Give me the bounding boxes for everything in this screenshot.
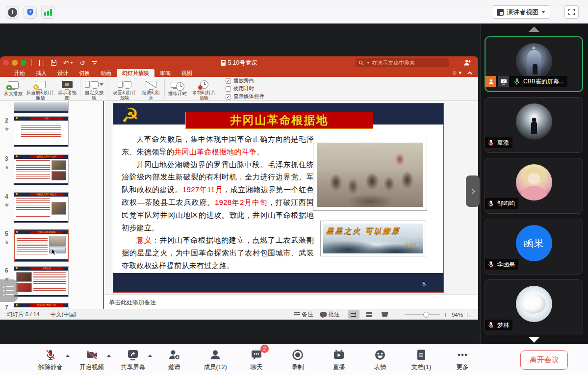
- chat-button[interactable]: 2 聊天: [236, 348, 277, 372]
- docs-button[interactable]: 文档(1): [401, 348, 442, 372]
- redo-button[interactable]: ↺: [80, 59, 85, 67]
- thumbnail-slide-2[interactable]: 前言: [14, 116, 69, 147]
- ribbon-checkbox-use-timings[interactable]: 使用计时: [226, 85, 264, 92]
- thumbnail-slide-7[interactable]: 红军四反"围剿"斗争: [14, 303, 69, 309]
- participant-tile-menglin[interactable]: 梦林: [485, 279, 583, 335]
- avatar: ❄: [516, 43, 552, 79]
- live-stream-button[interactable]: 直播: [318, 348, 359, 372]
- collapse-ribbon-button[interactable]: [467, 71, 472, 75]
- list-icon: [3, 286, 18, 288]
- language-indicator[interactable]: 中文(中国): [50, 311, 77, 318]
- minimize-window-button[interactable]: [12, 60, 18, 66]
- emoji-smiley-icon: [374, 349, 386, 361]
- participant-tile-cbb[interactable]: ❄ CBB崔的屏幕...: [485, 36, 583, 92]
- play-from-start-button[interactable]: ▶ 从头播放: [2, 77, 25, 100]
- thumbnail-slide-3[interactable]: 南昌起义和八七会议: [14, 154, 69, 185]
- notes-area[interactable]: 单击此处添加备注: [104, 294, 478, 309]
- close-window-button[interactable]: [3, 60, 9, 66]
- thumbnail-slide-4[interactable]: 秋收起义和广州起义: [14, 192, 69, 223]
- custom-show-button[interactable]: 自定义放映: [82, 77, 106, 100]
- floating-slide-list-button[interactable]: [0, 279, 18, 302]
- slideshow-icon: [382, 312, 388, 317]
- participant-tile-lihanguo[interactable]: 函果 李函果: [485, 219, 583, 275]
- participant-tile-xiatian[interactable]: 夏添: [485, 97, 583, 153]
- sidebar-expand-handle[interactable]: [466, 175, 480, 207]
- slide-sorter-view-button[interactable]: [363, 310, 375, 319]
- meeting-info-button[interactable]: i: [6, 6, 19, 19]
- scroll-up-arrow[interactable]: [529, 26, 539, 32]
- play-from-start-icon: ▶: [8, 81, 19, 89]
- scroll-down-arrow[interactable]: [529, 337, 539, 343]
- rehearse-timings-icon: [176, 82, 184, 91]
- avatar-initials: 函果: [524, 237, 544, 250]
- tab-home[interactable]: 开始: [9, 69, 30, 77]
- unmute-button[interactable]: 解除静音: [30, 348, 71, 372]
- play-from-current-button[interactable]: ▶ 从当前幻灯片播放: [25, 77, 56, 100]
- thumbnail-slide-1[interactable]: [14, 101, 69, 113]
- participant-tile-zouyunyun[interactable]: 邹昀昀: [485, 158, 583, 214]
- search-input[interactable]: [372, 60, 446, 66]
- tab-review[interactable]: 审阅: [154, 69, 176, 77]
- share-screen-button[interactable]: 共享屏幕: [112, 348, 153, 372]
- setup-slideshow-button[interactable]: 设置幻灯片放映: [110, 77, 139, 100]
- thumbnail-title: 秋收起义和广州起义: [30, 193, 63, 196]
- maximize-window-button[interactable]: [21, 60, 26, 66]
- zoom-out-button[interactable]: −: [397, 311, 401, 319]
- customize-toolbar-button[interactable]: [92, 61, 97, 65]
- ribbon-checkbox-play-narration[interactable]: 播放旁白: [226, 77, 264, 84]
- rehearse-timings-button[interactable]: 排练计时: [166, 77, 189, 100]
- tab-animations[interactable]: 动画: [95, 69, 117, 77]
- divider: [31, 59, 32, 66]
- emoji-button[interactable]: 表情: [359, 348, 401, 372]
- slide-body-text[interactable]: 大革命失败后，集中体现中国革命正确方向的是毛泽东、朱德领导的井冈山革命根据地的斗…: [122, 133, 314, 272]
- save-button[interactable]: [51, 60, 56, 66]
- host-badge-icon: [486, 76, 496, 87]
- slideshow-view-button[interactable]: [379, 310, 391, 319]
- presenter-view-button[interactable]: 演示者视图: [56, 77, 78, 100]
- slide-footer-band: [113, 273, 443, 292]
- tab-design[interactable]: 设计: [52, 69, 74, 77]
- zoom-slider[interactable]: [405, 314, 440, 315]
- tab-transitions[interactable]: 切换: [74, 69, 95, 77]
- expand-options-caret[interactable]: [66, 354, 70, 357]
- ribbon-checkbox-show-media-controls[interactable]: 显示媒体控件: [226, 93, 264, 100]
- leave-meeting-button[interactable]: 离开会议: [520, 350, 568, 370]
- fullscreen-button[interactable]: [564, 5, 579, 19]
- normal-view-button[interactable]: [348, 310, 359, 319]
- hide-slide-button[interactable]: 隐藏幻灯片: [139, 77, 163, 100]
- invite-button[interactable]: 邀请: [153, 348, 195, 372]
- current-slide[interactable]: ☭ 井冈山革命根据地 大革命失败后，集中体现中国革命正确方向的是毛泽东、朱德领导…: [113, 103, 444, 293]
- notes-toggle-button[interactable]: 备注: [294, 311, 313, 318]
- expand-options-caret[interactable]: [148, 354, 152, 357]
- zoom-in-button[interactable]: +: [444, 311, 448, 319]
- start-video-button[interactable]: 开启视频: [71, 348, 112, 372]
- slide-image-battle-painting[interactable]: [313, 139, 427, 211]
- search-box[interactable]: [356, 58, 449, 67]
- grid-view-icon: [366, 312, 372, 317]
- slide-image-calligraphy[interactable]: 星星之火 可以燎原 毛泽东: [320, 221, 426, 256]
- ppt-statusbar: 幻灯片 5 / 14 中文(中国) 备注 批注 − + 94%: [0, 309, 478, 320]
- tab-insert[interactable]: 插入: [30, 69, 52, 77]
- slide-title-banner[interactable]: 井冈山革命根据地: [185, 112, 373, 129]
- share-presentation-button[interactable]: [463, 59, 471, 68]
- record-slideshow-button[interactable]: 录制幻灯片放映: [189, 77, 219, 100]
- comments-icon: [320, 312, 327, 317]
- network-signal-button[interactable]: [41, 6, 54, 19]
- slide-paragraph: 井冈山地处湘赣边界的罗霄山脉中段。毛泽东抓住统治阶级内部发生新破裂的有利时机，全…: [122, 158, 314, 234]
- feedback-smiley-button[interactable]: ☺ ▾: [452, 70, 461, 76]
- comments-toggle-button[interactable]: 批注: [320, 311, 340, 318]
- thumbnail-slide-6[interactable]: 古田会议: [14, 266, 69, 297]
- expand-options-caret[interactable]: [107, 354, 111, 357]
- view-mode-dropdown[interactable]: 演讲者视图: [492, 5, 550, 19]
- undo-button[interactable]: ↶: [63, 59, 73, 67]
- more-button[interactable]: 更多: [442, 348, 483, 372]
- members-button[interactable]: 成员(12): [195, 348, 236, 372]
- fit-to-window-button[interactable]: [467, 312, 473, 317]
- zoom-slider-thumb[interactable]: [423, 312, 429, 318]
- record-button[interactable]: 录制: [277, 348, 318, 372]
- security-button[interactable]: [24, 6, 37, 19]
- tab-slideshow[interactable]: 幻灯片放映: [117, 69, 154, 77]
- thumbnail-slide-5-selected[interactable]: 井冈山革命根据地: [14, 229, 69, 262]
- new-document-button[interactable]: [39, 60, 44, 66]
- tab-view[interactable]: 视图: [176, 69, 198, 77]
